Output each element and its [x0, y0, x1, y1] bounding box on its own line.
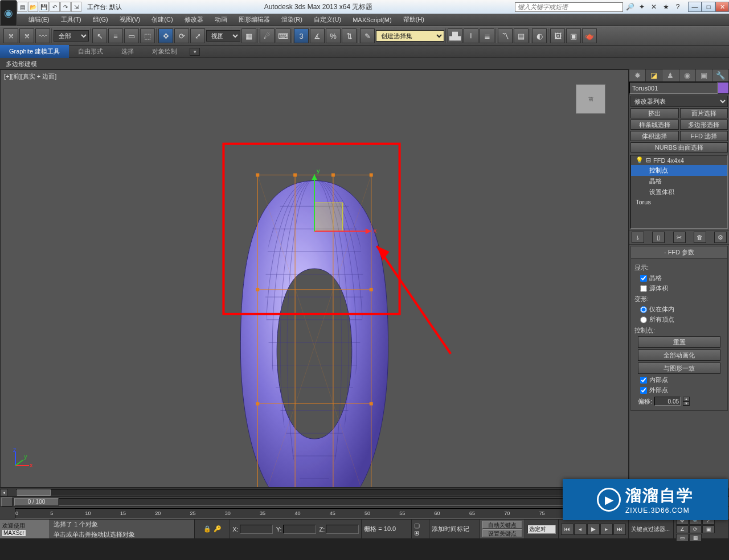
select-link-icon[interactable]: ⤱: [3, 28, 18, 43]
menu-create[interactable]: 创建(C): [146, 14, 178, 26]
menu-edit[interactable]: 编辑(E): [23, 14, 55, 26]
key-selset-input[interactable]: [527, 525, 556, 534]
render-setup-icon[interactable]: 🖼: [550, 28, 565, 43]
nav-fov-icon[interactable]: ∠: [676, 525, 689, 533]
object-color-swatch[interactable]: [718, 82, 729, 94]
x-input[interactable]: [240, 525, 273, 534]
select-rect-icon[interactable]: ▭: [124, 28, 139, 43]
window-max-button[interactable]: □: [702, 2, 715, 12]
rendered-frame-icon[interactable]: ▣: [566, 28, 581, 43]
stack-configure-icon[interactable]: ⚙: [714, 232, 727, 243]
comm-icon[interactable]: ✦: [636, 2, 648, 12]
modifier-stack[interactable]: 💡 ⊟ FFD 4x4x4 控制点 晶格 设置体积 Torus: [630, 155, 728, 229]
app-menu-button[interactable]: ◉: [0, 0, 17, 26]
material-editor-icon[interactable]: ◐: [532, 28, 547, 43]
layers-icon[interactable]: ≣: [480, 28, 494, 43]
select-scale-icon[interactable]: ⤢: [190, 28, 205, 43]
timeslider-handle[interactable]: 0 / 100: [14, 498, 59, 506]
radio-allverts[interactable]: 所有顶点: [640, 315, 724, 324]
lock-selection-icon[interactable]: 🔒: [203, 525, 211, 533]
qat-undo-icon[interactable]: ↶: [50, 2, 60, 12]
qat-save-icon[interactable]: 💾: [39, 2, 49, 12]
btn-conform[interactable]: 与图形一致: [638, 363, 720, 374]
stack-sub-controlpoints[interactable]: 控制点: [631, 165, 727, 176]
qat-link-icon[interactable]: ⇲: [71, 2, 81, 12]
ribbon-tab-graphite[interactable]: Graphite 建模工具: [0, 45, 69, 58]
qat-open-icon[interactable]: 📂: [28, 2, 38, 12]
setkey-button[interactable]: 设置关键点: [482, 529, 522, 537]
menu-maxscript[interactable]: MAXScript(M): [347, 15, 397, 25]
snap-toggle-3-icon[interactable]: 3: [294, 28, 309, 43]
exchange-icon[interactable]: ✕: [648, 2, 660, 12]
selection-filter-select[interactable]: 全部: [54, 30, 89, 42]
ribbon-expand-icon[interactable]: ▾: [190, 48, 200, 56]
modbtn-splinesel[interactable]: 样条线选择: [630, 120, 679, 130]
key-mode-icon[interactable]: 🔑: [214, 525, 222, 533]
help-search-input[interactable]: [515, 2, 623, 12]
viewport-front[interactable]: [+][前][真实 + 边面] 前: [0, 69, 629, 488]
use-pivot-icon[interactable]: ▦: [241, 28, 256, 43]
next-frame-icon[interactable]: ▸: [600, 524, 613, 535]
select-name-icon[interactable]: ≡: [108, 28, 123, 43]
modbtn-patchsel[interactable]: 面片选择: [680, 108, 728, 118]
chk-outer[interactable]: 外部点: [640, 386, 724, 394]
nav-region-icon[interactable]: ▭: [676, 534, 689, 542]
chk-lattice[interactable]: 晶格: [640, 274, 724, 282]
align-icon[interactable]: ⫴: [464, 28, 478, 43]
radio-involume[interactable]: 仅在体内: [640, 305, 724, 314]
ref-coord-select[interactable]: 视图: [206, 30, 240, 42]
stack-showend-icon[interactable]: ▯: [652, 232, 665, 243]
render-icon[interactable]: 🫖: [582, 28, 597, 43]
rollout-title[interactable]: - FFD 参数: [631, 246, 727, 259]
stack-ffd[interactable]: 💡 ⊟ FFD 4x4x4: [631, 155, 727, 165]
nav-max-icon[interactable]: ▣: [702, 525, 715, 533]
fav-icon[interactable]: ★: [660, 2, 671, 12]
named-sel-set-select[interactable]: 创建选择集: [376, 30, 444, 42]
object-name-input[interactable]: [629, 82, 718, 94]
mirror-icon[interactable]: ▟▙: [448, 28, 462, 43]
offset-spinner[interactable]: ▲▼: [683, 397, 690, 406]
goto-start-icon[interactable]: ⏮: [561, 524, 574, 535]
window-crossing-icon[interactable]: ⬚: [140, 28, 155, 43]
bind-space-warp-icon[interactable]: 〰: [35, 28, 50, 43]
chk-inner[interactable]: 内部点: [640, 376, 724, 384]
stack-remove-icon[interactable]: 🗑: [694, 232, 706, 243]
nav-orbit-icon[interactable]: ⟳: [689, 525, 702, 533]
unlink-icon[interactable]: ⤲: [19, 28, 34, 43]
menu-grapheditors[interactable]: 图形编辑器: [233, 14, 276, 26]
isolate-icon[interactable]: ▢: [414, 522, 427, 529]
stack-pin-icon[interactable]: ⫰: [632, 232, 644, 243]
lightbulb-icon[interactable]: 💡: [636, 157, 644, 164]
scroll-left-icon[interactable]: ◂: [0, 489, 8, 496]
workspace-selector[interactable]: 工作台: 默认: [87, 3, 122, 11]
menu-customize[interactable]: 自定义(U): [308, 14, 347, 26]
select-object-icon[interactable]: ↖: [92, 28, 107, 43]
cp-tab-create-icon[interactable]: ✸: [629, 69, 646, 81]
window-min-button[interactable]: —: [688, 2, 702, 12]
cp-tab-modify-icon[interactable]: ◪: [646, 69, 662, 81]
schematic-view-icon[interactable]: ▤: [514, 28, 529, 43]
modifier-list-select[interactable]: 修改器列表: [630, 96, 728, 107]
menu-group[interactable]: 组(G): [87, 14, 114, 26]
infocenter-icon[interactable]: 🔎: [624, 2, 636, 12]
spinner-snap-icon[interactable]: ⇅: [342, 28, 357, 43]
timetag-button[interactable]: 添加时间标记: [429, 520, 480, 538]
ribbon-tab-freeform[interactable]: 自由形式: [69, 45, 112, 58]
help-icon[interactable]: ?: [672, 2, 683, 12]
btn-animateall[interactable]: 全部动画化: [638, 349, 720, 361]
menu-render[interactable]: 渲染(R): [276, 14, 308, 26]
select-rotate-icon[interactable]: ⟳: [174, 28, 189, 43]
menu-modifiers[interactable]: 修改器: [179, 14, 209, 26]
modbtn-extrude[interactable]: 挤出: [630, 108, 679, 118]
manipulate-icon[interactable]: ☄: [260, 28, 275, 43]
stack-base-torus[interactable]: Torus: [631, 197, 727, 207]
cp-tab-hierarchy-icon[interactable]: ♟: [662, 69, 679, 81]
curve-editor-icon[interactable]: 〽: [498, 28, 513, 43]
percent-snap-icon[interactable]: %: [326, 28, 341, 43]
nav-walk-icon[interactable]: ▦: [689, 534, 702, 542]
prev-frame-icon[interactable]: ◂: [574, 524, 587, 535]
btn-reset[interactable]: 重置: [638, 336, 720, 348]
angle-snap-icon[interactable]: ∡: [310, 28, 325, 43]
stack-sub-lattice[interactable]: 晶格: [631, 176, 727, 187]
cp-tab-display-icon[interactable]: ▣: [696, 69, 712, 81]
